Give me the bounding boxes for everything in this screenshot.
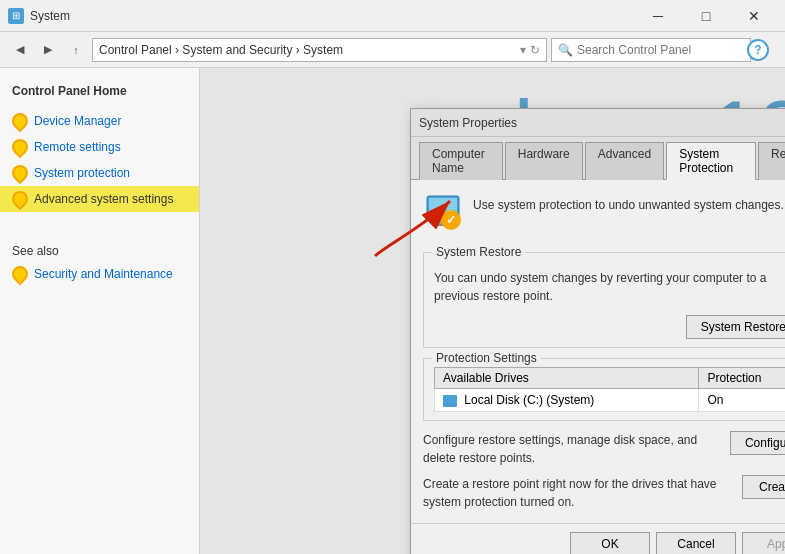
table-cell-drive: Local Disk (C:) (System) [435,389,699,412]
breadcrumb-text: Control Panel › System and Security › Sy… [99,43,343,57]
shield-icon [9,136,32,159]
forward-button[interactable]: ▶ [36,38,60,62]
dialog-header-text: Use system protection to undo unwanted s… [473,192,784,214]
tab-advanced[interactable]: Advanced [585,142,664,180]
svg-text:✓: ✓ [446,213,456,227]
configure-text: Configure restore settings, manage disk … [423,431,720,467]
system-restore-button[interactable]: System Restore... [686,315,785,339]
system-restore-label: System Restore [432,245,525,259]
restore-description: You can undo system changes by reverting… [434,269,785,305]
close-button[interactable]: ✕ [731,1,777,31]
protection-settings-section: Protection Settings Available Drives Pro… [423,358,785,421]
ok-button[interactable]: OK [570,532,650,554]
sidebar: Control Panel Home Device Manager Remote… [0,68,200,554]
tab-bar: Computer Name Hardware Advanced System P… [411,137,785,180]
shield-icon [9,263,32,286]
sidebar-item-system-protection[interactable]: System protection [0,160,199,186]
main-layout: Control Panel Home Device Manager Remote… [0,68,785,554]
address-bar: ◀ ▶ ↑ Control Panel › System and Securit… [0,32,785,68]
content-area: lows 10 Change settings Change product k… [200,68,785,554]
table-cell-protection: On [699,389,785,412]
table-col-protection: Protection [699,368,785,389]
sidebar-item-label: Advanced system settings [34,192,173,206]
dialog-title: System Properties [419,116,785,130]
sidebar-item-advanced-system-settings[interactable]: Advanced system settings [0,186,199,212]
title-bar: ⊞ System ─ □ ✕ [0,0,785,32]
sidebar-item-security-maintenance[interactable]: Security and Maintenance [0,262,199,286]
dialog-content: ✓ Use system protection to undo unwanted… [411,180,785,523]
dialog-overlay: System Properties ✕ Computer Name Hardwa… [200,68,785,554]
system-restore-section: System Restore You can undo system chang… [423,252,785,348]
tab-system-protection[interactable]: System Protection [666,142,756,180]
tab-hardware[interactable]: Hardware [505,142,583,180]
create-row: Create a restore point right now for the… [423,475,785,511]
maximize-button[interactable]: □ [683,1,729,31]
cancel-button[interactable]: Cancel [656,532,736,554]
sidebar-item-label: Device Manager [34,114,121,128]
protection-settings-label: Protection Settings [432,351,541,365]
create-button[interactable]: Create... [742,475,785,499]
see-also-item-label: Security and Maintenance [34,267,173,281]
sidebar-item-device-manager[interactable]: Device Manager [0,108,199,134]
configure-row: Configure restore settings, manage disk … [423,431,785,467]
minimize-button[interactable]: ─ [635,1,681,31]
shield-icon [9,110,32,133]
window-title: System [30,9,635,23]
drive-name: Local Disk (C:) (System) [464,393,594,407]
back-button[interactable]: ◀ [8,38,32,62]
sidebar-home[interactable]: Control Panel Home [0,80,199,102]
search-box[interactable]: 🔍 [551,38,751,62]
breadcrumb[interactable]: Control Panel › System and Security › Sy… [92,38,547,62]
shield-icon [9,162,32,185]
dropdown-icon: ▾ [520,43,526,57]
restore-button-row: System Restore... [434,315,785,339]
sidebar-item-label: System protection [34,166,130,180]
dialog-footer: OK Cancel Apply [411,523,785,554]
window-controls: ─ □ ✕ [635,1,777,31]
system-icon: ✓ [423,192,463,232]
tab-remote[interactable]: Remote [758,142,785,180]
table-col-drives: Available Drives [435,368,699,389]
apply-button[interactable]: Apply [742,532,785,554]
tab-computer-name[interactable]: Computer Name [419,142,503,180]
search-input[interactable] [577,43,744,57]
help-button[interactable]: ? [747,39,769,61]
sidebar-item-label: Remote settings [34,140,121,154]
search-icon: 🔍 [558,43,573,57]
table-row[interactable]: Local Disk (C:) (System) On [435,389,786,412]
dialog-title-bar: System Properties ✕ [411,109,785,137]
sidebar-item-remote-settings[interactable]: Remote settings [0,134,199,160]
drive-icon [443,395,457,407]
dialog-header-section: ✓ Use system protection to undo unwanted… [423,192,785,240]
window-icon: ⊞ [8,8,24,24]
configure-button[interactable]: Configure... [730,431,785,455]
system-properties-dialog: System Properties ✕ Computer Name Hardwa… [410,108,785,554]
protection-table: Available Drives Protection Local Disk (… [434,367,785,412]
refresh-icon: ↻ [530,43,540,57]
shield-icon [9,188,32,211]
see-also-label: See also [0,232,199,262]
up-button[interactable]: ↑ [64,38,88,62]
create-text: Create a restore point right now for the… [423,475,732,511]
